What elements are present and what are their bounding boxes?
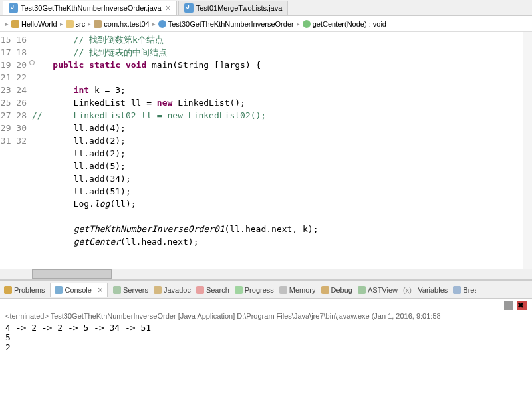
chevron-right-icon: ▸ xyxy=(88,21,91,27)
horizontal-scrollbar[interactable] xyxy=(0,269,532,279)
overview-ruler[interactable] xyxy=(523,32,532,269)
tab-active-file[interactable]: Test30GetTheKthNumberInverseOrder.java × xyxy=(3,1,177,15)
progress-icon xyxy=(235,286,243,294)
method-icon xyxy=(303,20,311,28)
class-icon xyxy=(158,20,166,28)
chevron-right-icon: ▸ xyxy=(152,21,156,27)
package-icon xyxy=(94,20,102,28)
bottom-tabs: Problems Console× Servers Javadoc Search… xyxy=(0,281,532,299)
breadcrumb: ▸ HelloWorld ▸ src ▸ com.hx.test04 ▸ Tes… xyxy=(0,16,532,32)
tab-inactive-file[interactable]: Test01MergeTwoLists.java xyxy=(178,1,289,15)
project-icon xyxy=(11,20,19,28)
tab-debug[interactable]: Debug xyxy=(321,286,352,294)
tab-label: Test30GetTheKthNumberInverseOrder.java xyxy=(21,4,162,12)
java-file-icon xyxy=(9,3,18,13)
code-area[interactable]: // 找到倒数第k个结点 // 找到链表的中间结点 public static … xyxy=(32,32,523,269)
crumb-project[interactable]: HelloWorld xyxy=(11,20,57,28)
javadoc-icon xyxy=(154,286,162,294)
remove-launch-icon[interactable] xyxy=(504,301,513,310)
tab-javadoc[interactable]: Javadoc xyxy=(154,286,191,294)
code-editor[interactable]: 15 16 17 18 19 20 21 22 23 24 25 26 27 2… xyxy=(0,32,532,269)
chevron-right-icon: ▸ xyxy=(5,21,9,27)
console-output[interactable]: 4 -> 2 -> 2 -> 5 -> 34 -> 51 5 2 xyxy=(0,320,532,399)
fold-marker-icon[interactable] xyxy=(29,60,35,65)
tab-label: Test01MergeTwoLists.java xyxy=(196,4,283,12)
editor-tabs: Test30GetTheKthNumberInverseOrder.java ×… xyxy=(0,0,532,16)
tab-memory[interactable]: Memory xyxy=(279,286,316,294)
chevron-right-icon: ▸ xyxy=(60,21,63,27)
tab-progress[interactable]: Progress xyxy=(235,286,274,294)
memory-icon xyxy=(279,286,287,294)
chevron-right-icon: ▸ xyxy=(297,21,300,27)
breakpoints-icon xyxy=(453,286,461,294)
tab-astview[interactable]: ASTView xyxy=(358,286,398,294)
close-icon[interactable]: × xyxy=(166,3,171,13)
console-status: <terminated> Test30GetTheKthNumberInvers… xyxy=(0,312,532,320)
crumb-method[interactable]: getCenter(Node) : void xyxy=(303,20,386,28)
ast-icon xyxy=(358,286,366,294)
console-icon xyxy=(55,286,63,294)
tab-breakpoints[interactable]: Breakpoints xyxy=(453,286,476,294)
java-file-icon xyxy=(184,3,194,13)
crumb-class[interactable]: Test30GetTheKthNumberInverseOrder xyxy=(158,20,294,28)
tab-problems[interactable]: Problems xyxy=(4,286,45,294)
folder-icon xyxy=(66,20,74,28)
crumb-src[interactable]: src xyxy=(66,20,86,28)
problems-icon xyxy=(4,286,12,294)
tab-variables[interactable]: (x)=Variables xyxy=(403,286,448,294)
tab-servers[interactable]: Servers xyxy=(113,286,148,294)
line-number-gutter: 15 16 17 18 19 20 21 22 23 24 25 26 27 2… xyxy=(0,32,32,269)
console-toolbar: ✖ xyxy=(0,299,532,312)
close-icon[interactable]: × xyxy=(98,285,103,295)
bottom-panel: Problems Console× Servers Javadoc Search… xyxy=(0,279,532,399)
remove-all-icon[interactable]: ✖ xyxy=(517,301,527,310)
tab-console[interactable]: Console× xyxy=(50,283,108,297)
debug-icon xyxy=(321,286,329,294)
crumb-package[interactable]: com.hx.test04 xyxy=(94,20,149,28)
search-icon xyxy=(196,286,204,294)
tab-search[interactable]: Search xyxy=(196,286,229,294)
scrollbar-thumb[interactable] xyxy=(32,269,112,279)
servers-icon xyxy=(113,286,121,294)
